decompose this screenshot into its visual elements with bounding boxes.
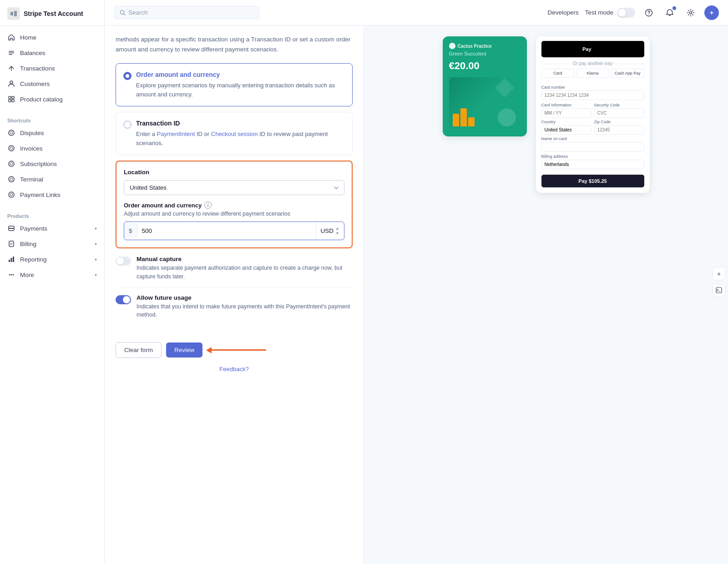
sidebar-logo[interactable]: Stripe Test Account (0, 0, 104, 26)
search-bar[interactable] (114, 6, 259, 19)
cvc-input[interactable] (594, 108, 644, 118)
svg-point-15 (10, 162, 13, 165)
location-order-section: Location United States Canada United Kin… (116, 161, 353, 248)
right-panel: Cactus Practice Green Succulent €20.00 (364, 25, 728, 564)
cactus-dot (449, 43, 455, 49)
card-number-input[interactable] (541, 91, 644, 100)
sidebar-item-disputes[interactable]: Disputes (0, 125, 104, 141)
customers-icon (7, 80, 15, 88)
expiry-input[interactable] (541, 108, 592, 118)
manual-capture-knob (116, 257, 124, 265)
country-preview-input[interactable] (541, 125, 592, 135)
sidebar-item-payments[interactable]: Payments ▾ (0, 221, 104, 236)
sidebar-item-billing[interactable]: Billing ▾ (0, 236, 104, 252)
payment-intent-link[interactable]: PaymentIntent (157, 131, 195, 137)
radio-order-amount[interactable] (123, 72, 131, 80)
order-amount-label: Order amount and currency i (124, 201, 344, 209)
invoices-label: Invoices (20, 145, 97, 152)
sidebar-item-subscriptions[interactable]: Subscriptions (0, 156, 104, 171)
cactus-brand-name: Cactus Practice (458, 44, 492, 49)
transactions-label: Transactions (20, 65, 97, 72)
allow-future-usage-knob (123, 296, 130, 303)
cardholder-label: Name on card (541, 136, 644, 141)
side-float: + (710, 264, 728, 300)
arrow-head (206, 347, 212, 353)
country-select[interactable]: United States Canada United Kingdom Germ… (124, 180, 344, 195)
manual-capture-toggle[interactable] (116, 257, 131, 266)
checkout-session-link[interactable]: Checkout session (211, 131, 258, 137)
svg-rect-9 (12, 100, 14, 102)
sidebar-item-invoices[interactable]: Invoices (0, 141, 104, 156)
zip-input[interactable] (594, 125, 644, 135)
sidebar-item-reporting[interactable]: Reporting ▾ (0, 252, 104, 267)
test-mode-switch[interactable] (617, 8, 635, 18)
order-amount-section: Order amount and currency i Adjust amoun… (124, 201, 344, 240)
clear-form-button[interactable]: Clear form (116, 342, 162, 358)
cardholder-input[interactable] (541, 142, 644, 151)
user-avatar[interactable]: + (704, 5, 719, 20)
subscriptions-label: Subscriptions (20, 161, 97, 167)
developers-link[interactable]: Developers (547, 9, 578, 16)
products-label: Products (0, 210, 104, 221)
allow-future-usage-row: Allow future usage Indicates that you in… (116, 287, 353, 326)
preview-payment-form: Pay Or pay another way Card Klarna Cash … (536, 36, 650, 193)
country-field: Country (541, 120, 592, 135)
amount-input[interactable] (137, 223, 316, 238)
svg-text:Pay: Pay (582, 46, 592, 52)
search-input[interactable] (128, 9, 253, 16)
option-transaction-id-card[interactable]: Transaction ID Enter a PaymentIntent ID … (116, 112, 353, 155)
sidebar-item-customers[interactable]: Customers (0, 76, 104, 91)
info-icon: i (204, 201, 212, 209)
help-icon (645, 9, 653, 17)
feedback-link[interactable]: Feedback? (219, 366, 248, 373)
help-button[interactable] (642, 5, 656, 20)
payment-klarna-btn[interactable]: Klarna (576, 69, 609, 78)
expiry-label: Card information (541, 103, 592, 107)
currency-select[interactable]: USD ▲▼ (316, 222, 344, 240)
topbar-right: Developers Test mode (547, 5, 719, 20)
billing-input[interactable] (541, 160, 644, 169)
side-terminal-button[interactable] (713, 284, 725, 297)
sidebar-item-product-catalog[interactable]: Product catalog (0, 91, 104, 107)
allow-future-usage-toggle[interactable] (116, 295, 131, 304)
order-amount-sublabel: Adjust amount and currency to review dif… (124, 211, 344, 217)
main-content: methods appear for a specific transactio… (105, 25, 728, 564)
shortcuts-label: Shortcuts (0, 114, 104, 125)
products-section: Products Payments ▾ Billing ▾ Reporting … (0, 206, 104, 286)
payment-links-label: Payment Links (20, 191, 97, 198)
billing-arrow: ▾ (95, 242, 97, 247)
svg-rect-26 (11, 258, 12, 262)
notifications-button[interactable] (662, 5, 677, 20)
feedback-area: Feedback? (116, 365, 353, 373)
transactions-icon (7, 64, 15, 72)
payment-cashapp-btn[interactable]: Cash App Pay (611, 69, 644, 78)
card-details-row: Card information Security Code (536, 103, 650, 120)
svg-point-17 (10, 178, 13, 181)
sidebar: Stripe Test Account Home Balances Transa… (0, 0, 105, 564)
card-number-row: Card number (536, 85, 650, 103)
sidebar-item-balances[interactable]: Balances (0, 45, 104, 60)
arrow-annotation (206, 347, 266, 353)
sidebar-item-transactions[interactable]: Transactions (0, 60, 104, 76)
svg-point-29 (11, 274, 12, 276)
settings-button[interactable] (683, 5, 698, 20)
shortcuts-section: Shortcuts Disputes Invoices Subscription… (0, 111, 104, 206)
radio-transaction-id[interactable] (123, 121, 131, 129)
sidebar-item-terminal[interactable]: Terminal (0, 171, 104, 187)
test-mode-label: Test mode (585, 9, 613, 16)
card-number-label: Card number (541, 85, 644, 90)
country-zip-row: Country Zip Code (536, 120, 650, 136)
review-with-arrow: Review (166, 342, 266, 358)
sidebar-item-more[interactable]: More ▾ (0, 267, 104, 282)
arrow-line (212, 349, 266, 351)
svg-point-10 (9, 130, 14, 136)
sidebar-item-payment-links[interactable]: Payment Links (0, 187, 104, 202)
review-button[interactable]: Review (166, 342, 202, 358)
sidebar-item-home[interactable]: Home (0, 30, 104, 45)
svg-rect-2 (9, 51, 14, 52)
svg-rect-25 (9, 260, 10, 262)
option-order-amount-card[interactable]: Order amount and currency Explore paymen… (116, 63, 353, 106)
pay-button-preview: Pay $105.25 (541, 175, 644, 187)
payment-card-btn[interactable]: Card (541, 69, 575, 78)
side-plus-button[interactable]: + (713, 267, 725, 280)
